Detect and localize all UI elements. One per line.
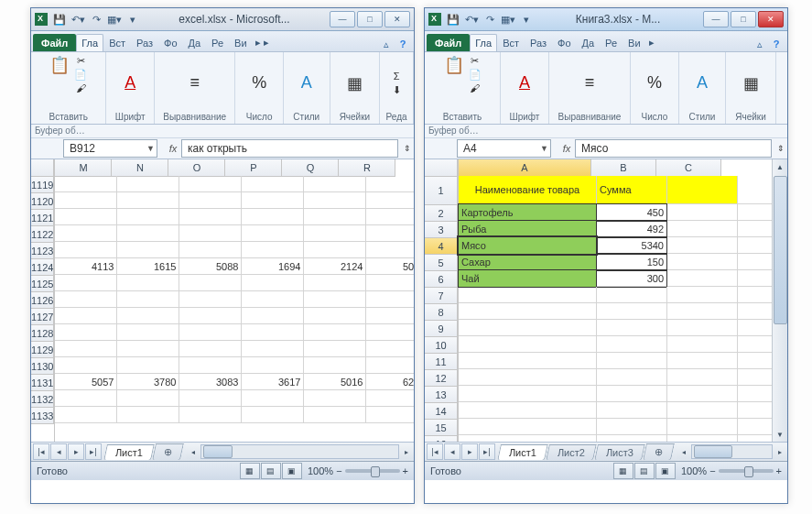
cell[interactable] xyxy=(117,209,179,224)
cell[interactable]: 150 xyxy=(596,253,667,271)
row-header[interactable]: 1 xyxy=(425,177,458,205)
cell[interactable] xyxy=(667,369,738,385)
row-header[interactable]: 1119 xyxy=(31,177,54,193)
tab-overflow[interactable]: ▸ ▸ xyxy=(253,33,272,51)
cell[interactable] xyxy=(117,242,179,257)
sheet-tab[interactable]: Лист2 xyxy=(546,444,597,460)
row-header[interactable]: 8 xyxy=(425,304,458,321)
cell[interactable] xyxy=(55,291,117,307)
cell[interactable] xyxy=(242,176,304,191)
cell[interactable] xyxy=(55,242,117,257)
cell[interactable] xyxy=(179,209,242,224)
cell[interactable] xyxy=(304,390,366,406)
cell[interactable]: 5340 xyxy=(596,236,667,255)
view-layout-icon[interactable]: ▤ xyxy=(261,463,281,479)
cell[interactable] xyxy=(366,324,414,340)
tab-overflow[interactable]: ▸ xyxy=(646,33,657,51)
align-icon[interactable]: ≡ xyxy=(184,72,206,94)
cell[interactable] xyxy=(597,287,667,302)
cell[interactable] xyxy=(667,386,738,401)
cell[interactable]: 4113 xyxy=(55,258,117,274)
cell[interactable] xyxy=(459,320,597,335)
maximize-button[interactable]: □ xyxy=(731,11,756,27)
cell[interactable] xyxy=(304,209,366,224)
row-header[interactable]: 4 xyxy=(425,238,458,255)
cell[interactable] xyxy=(667,336,738,352)
cell[interactable] xyxy=(179,357,242,373)
number-icon[interactable]: % xyxy=(644,72,666,94)
sheet-tab[interactable]: Лист3 xyxy=(594,444,645,460)
save-icon[interactable]: 💾 xyxy=(51,11,68,27)
row-header[interactable]: 6 xyxy=(425,271,458,288)
zoom-control[interactable]: 100%−+ xyxy=(681,465,782,476)
copy-icon[interactable]: 📄 xyxy=(73,68,88,81)
cell[interactable] xyxy=(242,192,304,208)
cell[interactable] xyxy=(117,407,179,422)
cell[interactable] xyxy=(304,407,366,422)
cell[interactable] xyxy=(117,324,179,340)
tab-file[interactable]: Файл xyxy=(427,34,470,51)
cell[interactable]: 5044 xyxy=(366,258,414,274)
cell[interactable] xyxy=(597,419,667,434)
row-header[interactable]: 5 xyxy=(425,255,458,271)
cell[interactable] xyxy=(242,209,304,224)
cell[interactable] xyxy=(55,209,117,224)
cell[interactable] xyxy=(597,353,667,368)
select-all-corner[interactable] xyxy=(425,159,458,177)
cell[interactable] xyxy=(304,225,366,241)
cell[interactable] xyxy=(55,192,117,208)
cell[interactable] xyxy=(366,275,414,290)
cell[interactable] xyxy=(304,242,366,257)
cell[interactable]: Наименование товара xyxy=(459,176,597,203)
cell[interactable] xyxy=(366,308,414,323)
row-header[interactable]: 2 xyxy=(425,205,458,222)
cell[interactable] xyxy=(667,320,738,335)
sheet-nav[interactable]: |◂◂▸▸| xyxy=(31,443,104,460)
cell[interactable] xyxy=(179,341,242,356)
worksheet-grid[interactable]: 12345678910111213141516 A B C Наименован… xyxy=(425,159,787,442)
tab-home[interactable]: Гла xyxy=(76,34,103,51)
cell[interactable] xyxy=(667,221,738,236)
cell[interactable] xyxy=(366,176,414,191)
paste-icon[interactable]: 📋 xyxy=(443,54,465,76)
cell[interactable] xyxy=(597,320,667,335)
cell[interactable] xyxy=(667,204,738,220)
cell[interactable] xyxy=(179,176,242,191)
tab-review[interactable]: Ре xyxy=(600,34,623,51)
help-icon[interactable]: ? xyxy=(769,37,784,51)
cell[interactable] xyxy=(366,209,414,224)
cell[interactable] xyxy=(179,291,242,307)
fx-icon[interactable]: fx xyxy=(165,143,181,154)
view-break-icon[interactable]: ▣ xyxy=(282,463,302,479)
cell[interactable] xyxy=(117,308,179,323)
col-header[interactable]: C xyxy=(656,159,721,177)
formula-input[interactable]: Мясо xyxy=(575,139,772,158)
cell[interactable] xyxy=(667,419,738,434)
cell[interactable] xyxy=(117,341,179,356)
new-sheet-tab[interactable]: ⊕ xyxy=(152,443,184,460)
cell[interactable] xyxy=(179,225,242,241)
cell[interactable] xyxy=(459,435,597,442)
tab-file[interactable]: Файл xyxy=(33,34,76,51)
tab-layout[interactable]: Раз xyxy=(131,34,158,51)
tab-insert[interactable]: Вст xyxy=(103,34,131,51)
cell[interactable] xyxy=(366,357,414,373)
undo-icon[interactable]: ↶▾ xyxy=(463,11,480,27)
horizontal-scrollbar[interactable]: ◂▸ xyxy=(186,444,414,459)
qat-dropdown-icon[interactable]: ▾ xyxy=(125,11,141,27)
cell[interactable]: 2124 xyxy=(304,258,366,274)
name-box[interactable]: B912▼ xyxy=(63,139,157,158)
row-header[interactable]: 1123 xyxy=(31,243,54,259)
cell[interactable] xyxy=(242,407,304,422)
row-header[interactable]: 1125 xyxy=(31,276,54,292)
cell[interactable]: Мясо xyxy=(458,236,597,255)
cell[interactable]: Рыба xyxy=(458,220,597,238)
cell[interactable]: 6241 xyxy=(366,374,414,389)
cell[interactable] xyxy=(597,402,667,418)
view-layout-icon[interactable]: ▤ xyxy=(634,463,655,479)
cell[interactable]: 3780 xyxy=(117,374,179,389)
cell[interactable] xyxy=(242,390,304,406)
row-header[interactable]: 1129 xyxy=(31,342,54,358)
cell[interactable] xyxy=(55,225,117,241)
maximize-button[interactable]: □ xyxy=(357,11,383,27)
